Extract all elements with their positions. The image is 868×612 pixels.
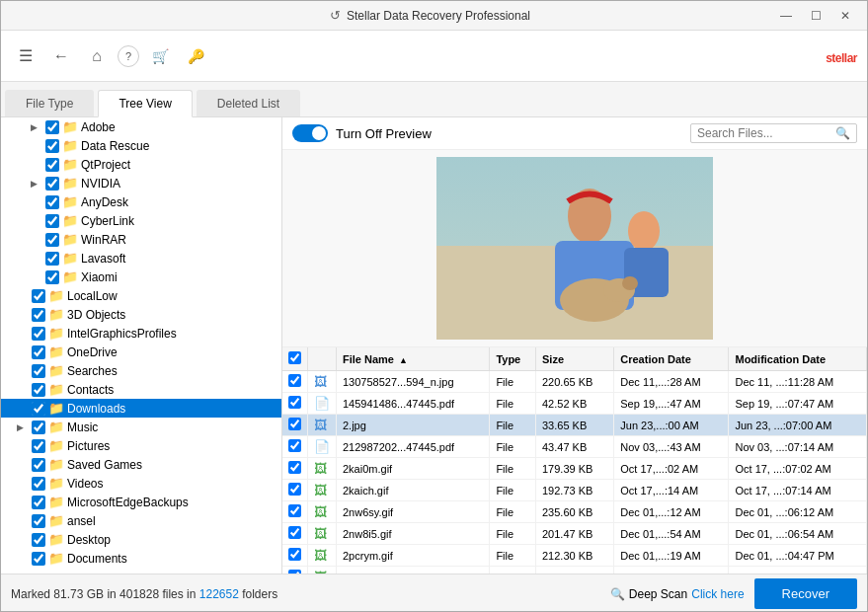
close-button[interactable]: ✕ xyxy=(831,6,859,26)
sidebar-checkbox-downloads[interactable] xyxy=(32,402,45,416)
maximize-button[interactable]: ☐ xyxy=(802,6,829,26)
sidebar-checkbox-xiaomi[interactable] xyxy=(45,270,59,284)
preview-toggle[interactable] xyxy=(292,124,328,142)
table-row[interactable]: 🖼 2kai0m.gif File 179.39 KB Oct 17,...:0… xyxy=(282,458,867,480)
sidebar-item-anydesk[interactable]: 📁 AnyDesk xyxy=(1,192,281,211)
sidebar-item-nvidia[interactable]: ▶ 📁 NVIDIA xyxy=(1,174,281,192)
row-checkbox[interactable] xyxy=(288,461,301,474)
row-checkbox[interactable] xyxy=(288,396,301,409)
sidebar-checkbox-anydesk[interactable] xyxy=(45,195,59,209)
sidebar-item-desktop[interactable]: 📁 Desktop xyxy=(1,530,281,549)
sidebar-checkbox-nvidia[interactable] xyxy=(45,177,59,191)
row-checkbox[interactable] xyxy=(288,374,301,387)
col-header-filename[interactable]: File Name ▲ xyxy=(337,347,490,371)
tab-file-type[interactable]: File Type xyxy=(5,90,94,116)
deep-scan-label: Deep Scan xyxy=(629,587,687,601)
sidebar-item-xiaomi[interactable]: 📁 Xiaomi xyxy=(1,268,281,286)
sidebar-checkbox-savedgames[interactable] xyxy=(32,458,45,472)
sidebar-checkbox-desktop[interactable] xyxy=(32,533,45,547)
sidebar-checkbox-locallow[interactable] xyxy=(32,289,45,303)
tab-deleted-list[interactable]: Deleted List xyxy=(197,90,300,116)
sidebar-checkbox-pictures[interactable] xyxy=(32,439,45,453)
sidebar-checkbox-msedgebackups[interactable] xyxy=(32,496,45,509)
sidebar-checkbox-3dobjects[interactable] xyxy=(32,308,45,322)
col-header-size[interactable]: Size xyxy=(536,347,614,371)
cart-button[interactable]: 🛒 xyxy=(145,41,175,71)
file-size: 201.47 KB xyxy=(536,523,614,545)
sidebar-checkbox-intelgraphics[interactable] xyxy=(32,327,45,341)
sidebar-item-videos[interactable]: 📁 Videos xyxy=(1,474,281,493)
sidebar-item-3dobjects[interactable]: 📁 3D Objects xyxy=(1,305,281,324)
sidebar-checkbox-adobe[interactable] xyxy=(45,120,59,134)
sidebar-checkbox-onedrive[interactable] xyxy=(32,345,45,359)
col-header-created[interactable]: Creation Date xyxy=(614,347,729,371)
sidebar-checkbox-qtproject[interactable] xyxy=(45,158,59,172)
col-header-type[interactable]: Type xyxy=(490,347,536,371)
sidebar-checkbox-cyberlink[interactable] xyxy=(45,214,59,228)
row-checkbox[interactable] xyxy=(288,548,301,561)
sidebar-checkbox-ansel[interactable] xyxy=(32,514,45,528)
row-checkbox[interactable] xyxy=(288,570,301,574)
sidebar-item-locallow[interactable]: 📁 LocalLow xyxy=(1,286,281,305)
sidebar-item-winrar[interactable]: 📁 WinRAR xyxy=(1,230,281,249)
sidebar-checkbox-contacts[interactable] xyxy=(32,383,45,397)
sidebar-item-datarescue[interactable]: 📁 Data Rescue xyxy=(1,136,281,155)
sidebar-checkbox-searches[interactable] xyxy=(32,364,45,378)
sidebar-checkbox-datarescue[interactable] xyxy=(45,139,59,153)
sidebar-item-qtproject[interactable]: 📁 QtProject xyxy=(1,155,281,174)
sidebar-checkbox-music[interactable] xyxy=(32,421,45,434)
recover-button[interactable]: Recover xyxy=(754,578,857,609)
table-row[interactable]: 🖼 2nw6sy.gif File 235.60 KB Dec 01,...:1… xyxy=(282,501,867,523)
tab-tree-view[interactable]: Tree View xyxy=(98,90,192,117)
sidebar-item-documents[interactable]: 📁 Documents xyxy=(1,549,281,568)
sidebar-label-anydesk: AnyDesk xyxy=(81,195,128,209)
search-input[interactable] xyxy=(697,126,835,140)
sidebar-item-lavasoft[interactable]: 📁 Lavasoft xyxy=(1,249,281,268)
sidebar-checkbox-documents[interactable] xyxy=(32,552,45,566)
table-row[interactable]: 🖼 2pcrym.gif File 212.30 KB Dec 01,...:1… xyxy=(282,545,867,567)
select-all-checkbox[interactable] xyxy=(288,351,301,364)
menu-button[interactable]: ☰ xyxy=(11,41,40,71)
sidebar-item-ansel[interactable]: 📁 ansel xyxy=(1,511,281,530)
table-row[interactable]: 🖼 2pyrja.gif File 278.17 KB Dec 29,...:5… xyxy=(282,567,867,574)
help-button[interactable]: ? xyxy=(118,45,139,67)
sidebar-item-downloads[interactable]: 📁 Downloads xyxy=(1,399,281,418)
sidebar-item-music[interactable]: ▶ 📁 Music xyxy=(1,418,281,436)
table-row[interactable]: 🖼 2nw8i5.gif File 201.47 KB Dec 01,...:5… xyxy=(282,523,867,545)
sidebar-label-contacts: Contacts xyxy=(67,383,114,397)
sidebar-item-contacts[interactable]: 📁 Contacts xyxy=(1,380,281,399)
sidebar-checkbox-videos[interactable] xyxy=(32,477,45,491)
file-created: Dec 01,...:54 AM xyxy=(614,523,729,545)
sidebar-item-msedgebackups[interactable]: 📁 MicrosoftEdgeBackups xyxy=(1,493,281,511)
table-row[interactable]: 🖼 2kaich.gif File 192.73 KB Oct 17,...:1… xyxy=(282,480,867,501)
row-checkbox[interactable] xyxy=(288,439,301,452)
sidebar-item-savedgames[interactable]: 📁 Saved Games xyxy=(1,455,281,474)
sidebar-item-adobe[interactable]: ▶ 📁 Adobe xyxy=(1,117,281,136)
row-checkbox[interactable] xyxy=(288,504,301,517)
folder-icon: 📁 xyxy=(48,307,64,322)
key-button[interactable]: 🔑 xyxy=(181,41,210,71)
sidebar-item-searches[interactable]: 📁 Searches xyxy=(1,361,281,380)
minimize-button[interactable]: — xyxy=(772,6,800,26)
table-row[interactable]: 🖼 130758527...594_n.jpg File 220.65 KB D… xyxy=(282,371,867,393)
deep-scan-link[interactable]: Click here xyxy=(691,587,744,601)
sidebar-checkbox-winrar[interactable] xyxy=(45,233,59,247)
file-modified: Oct 17, ...:07:14 AM xyxy=(729,480,867,501)
home-button[interactable]: ⌂ xyxy=(82,41,112,71)
sidebar-checkbox-lavasoft[interactable] xyxy=(45,252,59,266)
sidebar-item-cyberlink[interactable]: 📁 CyberLink xyxy=(1,211,281,230)
sidebar-item-pictures[interactable]: 📁 Pictures xyxy=(1,436,281,455)
table-row[interactable]: 📄 212987202...47445.pdf File 43.47 KB No… xyxy=(282,436,867,458)
table-row[interactable]: 🖼 2.jpg File 33.65 KB Jun 23,...:00 AM J… xyxy=(282,415,867,436)
table-row[interactable]: 📄 145941486...47445.pdf File 42.52 KB Se… xyxy=(282,393,867,415)
row-checkbox[interactable] xyxy=(288,526,301,539)
titlebar-center: ↺ Stellar Data Recovery Professional xyxy=(330,8,530,23)
row-checkbox[interactable] xyxy=(288,418,301,430)
file-type-icon: 🖼 xyxy=(314,504,327,519)
sidebar-item-onedrive[interactable]: 📁 OneDrive xyxy=(1,343,281,361)
row-checkbox[interactable] xyxy=(288,483,301,496)
sidebar-item-intelgraphics[interactable]: 📁 IntelGraphicsProfiles xyxy=(1,324,281,343)
back-button[interactable]: ← xyxy=(46,41,76,71)
folders-link[interactable]: 122652 xyxy=(199,587,239,601)
col-header-modified[interactable]: Modification Date xyxy=(729,347,867,371)
